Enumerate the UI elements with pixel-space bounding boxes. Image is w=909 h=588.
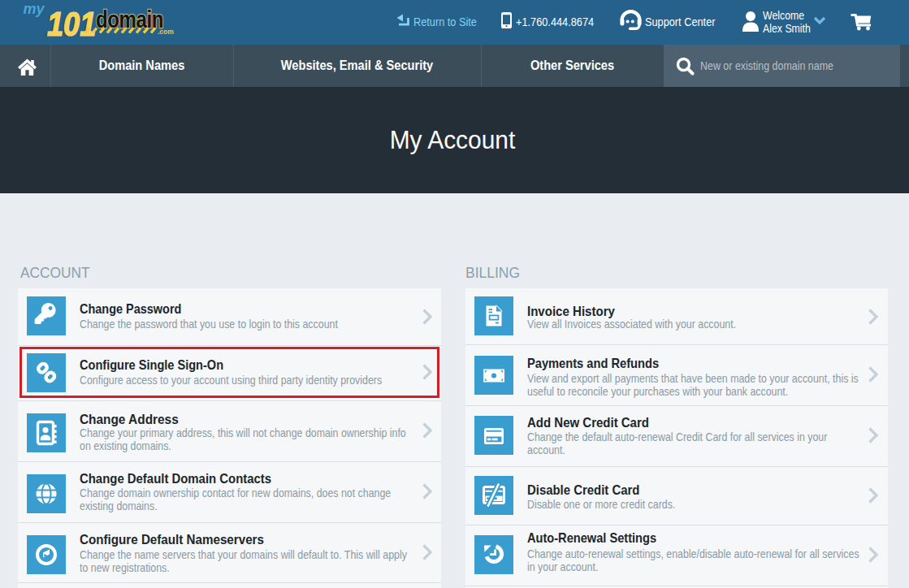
svg-text:my: my [24,1,45,17]
svg-text:.com: .com [158,28,174,36]
svg-text:101: 101 [47,5,96,41]
